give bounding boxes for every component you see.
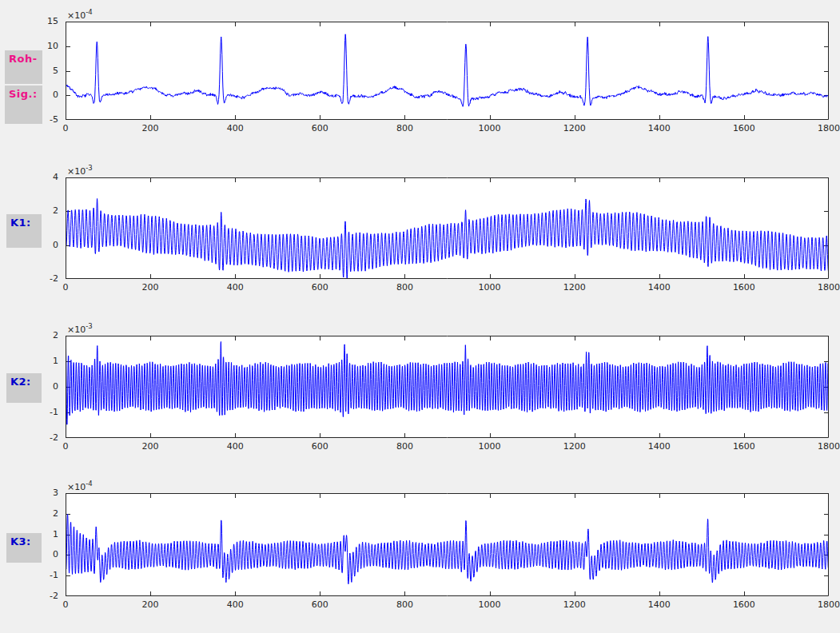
x-tick-label: 200 [133, 123, 168, 133]
x-tick-label: 1800 [811, 599, 840, 610]
charts-area: ×10-4020040060080010001200140016001800-5… [0, 0, 840, 633]
x-tick-label: 1000 [472, 441, 508, 452]
x-tick-label: 1200 [557, 123, 592, 133]
x-tick-label: 600 [302, 282, 337, 293]
plot-canvas-k3 [66, 493, 829, 596]
x-tick-label: 400 [217, 282, 253, 293]
x-tick-label: 1600 [727, 599, 762, 610]
y-tick-label: 0 [18, 240, 58, 250]
x-tick-label: 1000 [472, 282, 508, 293]
plot-canvas-k1 [66, 177, 829, 279]
x-tick-label: 200 [133, 441, 168, 452]
x-tick-label: 1200 [557, 441, 592, 452]
x-tick-label: 600 [302, 599, 337, 610]
x-tick-label: 800 [387, 282, 422, 293]
y-tick-label: -1 [18, 570, 58, 580]
x-tick-label: 1600 [727, 123, 762, 133]
y-axis-exponent-roh_signal: ×10-4 [67, 8, 93, 21]
x-tick-label: 1600 [727, 441, 762, 452]
x-tick-label: 1400 [642, 599, 677, 610]
x-tick-label: 1800 [811, 123, 840, 133]
y-tick-label: 2 [18, 508, 58, 519]
x-tick-label: 200 [133, 282, 168, 293]
x-tick-label: 600 [302, 123, 337, 133]
y-tick-label: 15 [18, 16, 58, 26]
y-axis-exponent-k2: ×10-3 [67, 322, 93, 335]
y-axis-exponent-k1: ×10-3 [67, 164, 93, 177]
y-tick-label: 1 [18, 356, 58, 366]
y-tick-label: 2 [18, 330, 58, 340]
plot-canvas-k2 [66, 336, 829, 438]
x-tick-label: 1000 [472, 599, 508, 610]
y-tick-label: 0 [18, 549, 58, 559]
x-tick-label: 200 [133, 599, 168, 610]
y-tick-label: -1 [18, 407, 58, 417]
y-tick-label: 0 [18, 90, 58, 100]
y-tick-label: 4 [18, 172, 58, 182]
y-tick-label: -5 [18, 114, 58, 125]
y-axis-exponent-k3: ×10-4 [67, 480, 93, 492]
x-tick-label: 1800 [811, 441, 840, 452]
x-tick-label: 1200 [557, 282, 592, 293]
y-tick-label: -2 [18, 432, 58, 443]
figure-background: Roh- Sig.: K1: K2: K3: ×10-4020040060080… [0, 0, 840, 633]
x-tick-label: 600 [302, 441, 337, 452]
x-tick-label: 1400 [642, 441, 677, 452]
x-tick-label: 1400 [642, 282, 677, 293]
y-tick-label: 5 [18, 66, 58, 76]
x-tick-label: 400 [217, 599, 253, 610]
y-tick-label: 2 [18, 205, 58, 216]
y-tick-label: 10 [18, 41, 58, 51]
x-tick-label: 800 [387, 599, 422, 610]
x-tick-label: 1800 [811, 282, 840, 293]
x-tick-label: 1000 [472, 123, 508, 133]
y-tick-label: 3 [18, 488, 58, 498]
x-tick-label: 1200 [557, 599, 592, 610]
y-tick-label: -2 [18, 273, 58, 284]
y-tick-label: -2 [18, 591, 58, 601]
plot-canvas-roh_signal [66, 22, 829, 120]
x-tick-label: 1600 [727, 282, 762, 293]
y-tick-label: 1 [18, 529, 58, 539]
x-tick-label: 800 [387, 123, 422, 133]
x-tick-label: 800 [387, 441, 422, 452]
y-tick-label: 0 [18, 381, 58, 392]
x-tick-label: 400 [217, 123, 253, 133]
x-tick-label: 1400 [642, 123, 677, 133]
x-tick-label: 400 [217, 441, 253, 452]
